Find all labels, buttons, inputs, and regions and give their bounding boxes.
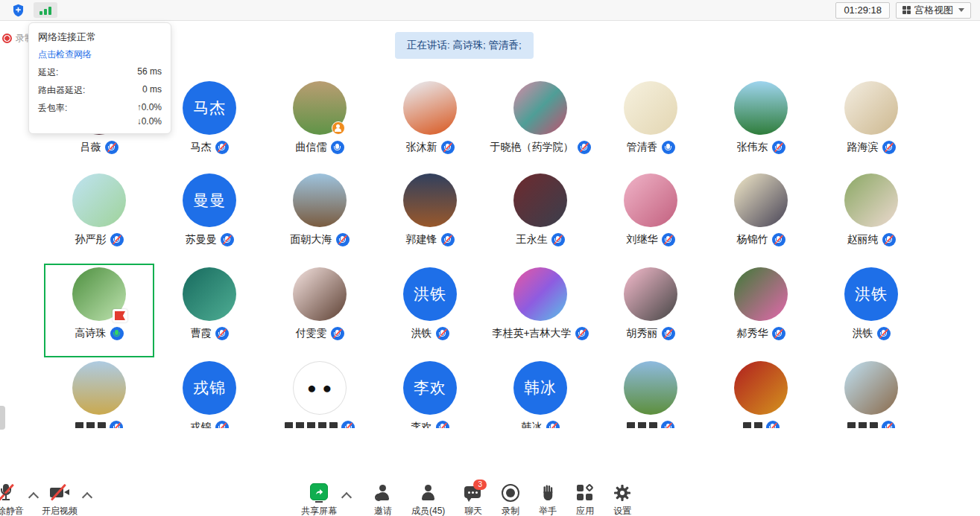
mic-muted-icon: [575, 327, 589, 340]
mic-muted-icon: [215, 141, 229, 154]
participant-cell[interactable]: 曼曼苏曼曼: [154, 170, 265, 264]
apps-button[interactable]: 应用: [576, 483, 594, 516]
participant-cell[interactable]: 戎锦戎锦: [154, 357, 265, 428]
participant-cell[interactable]: [706, 357, 816, 428]
participant-cell[interactable]: 张伟东: [706, 77, 816, 170]
participant-name: 李欢: [411, 421, 432, 428]
participant-name-row: 吕薇: [80, 141, 118, 154]
raise-hand-button[interactable]: 举手: [539, 483, 557, 516]
participant-name: 杨锦竹: [737, 233, 768, 246]
snowboarder-photo: [403, 81, 457, 135]
participant-cell[interactable]: 管清香: [595, 77, 706, 170]
participant-cell[interactable]: 于晓艳（药学院）: [485, 77, 595, 170]
share-options-caret[interactable]: [341, 492, 352, 503]
mic-muted-icon: [661, 421, 674, 428]
participant-name-row: 洪铁: [853, 327, 891, 340]
participant-cell[interactable]: 王永生: [485, 170, 595, 264]
invite-button[interactable]: 邀请: [374, 483, 392, 516]
start-video-button[interactable]: 开启视频: [42, 483, 78, 516]
participant-name-row: 李欢: [411, 421, 449, 428]
participant-cell[interactable]: 郭建锋: [375, 170, 485, 264]
participant-name-row: 于晓艳（药学院）: [490, 141, 591, 154]
settings-button[interactable]: 设置: [613, 483, 631, 516]
participant-name-row: 张沐新: [406, 141, 455, 154]
lotus-photo: [183, 267, 236, 321]
participant-cell[interactable]: 杨锦竹: [706, 170, 816, 264]
share-screen-button[interactable]: 共享屏幕: [301, 483, 337, 516]
invite-person-icon: [374, 483, 392, 503]
view-mode-selector[interactable]: 宫格视图: [896, 2, 971, 19]
participant-cell[interactable]: 曹霞: [154, 264, 265, 357]
participant-name: 洪铁: [853, 327, 873, 340]
participant-name-row: 洪铁: [411, 327, 449, 340]
participant-cell[interactable]: ● ●: [265, 357, 375, 428]
participant-cell[interactable]: 孙严彤: [44, 170, 154, 264]
cartoon-girl-duck: [72, 173, 126, 227]
members-button[interactable]: 成员(45): [411, 483, 445, 516]
mic-muted-icon: [662, 327, 675, 340]
unmute-button[interactable]: 解除静音: [0, 483, 24, 516]
participant-name-row: [847, 421, 895, 428]
participant-cell[interactable]: [816, 357, 926, 428]
members-icon: [420, 483, 437, 503]
participant-cell[interactable]: 刘继华: [595, 170, 706, 264]
chat-unread-badge: 3: [473, 480, 487, 490]
participant-name: 胡秀丽: [627, 327, 658, 340]
lakeside-dock-photo: [293, 173, 347, 227]
participant-name: 张沐新: [406, 141, 437, 154]
mic-on-icon: [331, 141, 344, 154]
participant-cell[interactable]: 胡秀丽: [595, 264, 706, 357]
chat-button[interactable]: 3 聊天: [464, 483, 482, 516]
participant-name: 赵丽纯: [847, 233, 879, 246]
participant-name-row: [743, 421, 780, 428]
participant-cell[interactable]: 郝秀华: [706, 264, 816, 357]
participant-cell[interactable]: 李桂英+吉林大学: [485, 264, 595, 357]
meeting-timer: 01:29:18: [835, 2, 890, 19]
page-scroll-handle[interactable]: [0, 406, 5, 430]
tulip-portrait-photo: [624, 173, 677, 227]
initials-avatar: 曼曼: [183, 173, 236, 227]
participant-cell[interactable]: 赵丽纯: [816, 170, 926, 264]
participant-cell[interactable]: 路海滨: [816, 77, 926, 170]
video-options-caret[interactable]: [82, 492, 92, 503]
participant-cell[interactable]: 李欢李欢: [375, 357, 485, 428]
camera-off-icon: [50, 483, 69, 503]
participant-grid: 吕薇马杰马杰曲信儒张沐新于晓艳（药学院）管清香张伟东路海滨孙严彤曼曼苏曼曼面朝大…: [44, 77, 926, 428]
participant-cell[interactable]: 曲信儒: [265, 77, 375, 170]
calligraphy-cartoon: [624, 81, 677, 135]
participant-name: 苏曼曼: [186, 233, 217, 246]
participant-cell[interactable]: 高诗珠: [44, 264, 154, 357]
clipped-name: [743, 422, 762, 428]
bottom-toolbar: 解除静音 开启视频 共享屏幕 邀请: [0, 480, 980, 516]
mic-muted-icon: [441, 141, 455, 154]
record-button[interactable]: 录制: [502, 483, 519, 516]
apps-grid-icon: [576, 484, 594, 502]
mic-on-icon: [662, 141, 675, 154]
participant-cell[interactable]: 张沐新: [375, 77, 485, 170]
initials-avatar: 洪铁: [844, 267, 898, 321]
participant-name: 吕薇: [80, 141, 101, 154]
participant-name: 高诗珠: [75, 327, 107, 340]
participant-cell[interactable]: 洪铁洪铁: [375, 264, 485, 357]
participant-name-row: 郝秀华: [737, 327, 785, 340]
participant-cell[interactable]: 付雯雯: [265, 264, 375, 357]
mic-muted-icon: [0, 483, 14, 503]
participant-name: 戎锦: [191, 421, 212, 428]
mic-options-caret[interactable]: [28, 492, 39, 503]
grid-view-icon: [902, 6, 911, 14]
participant-cell[interactable]: [595, 357, 706, 428]
participant-name-row: [627, 421, 674, 428]
initials-avatar: 李欢: [403, 361, 457, 415]
flower-painting: [513, 81, 567, 135]
clipped-name: [847, 422, 878, 428]
participant-name: 路海滨: [847, 141, 879, 154]
mic-muted-icon: [105, 141, 118, 154]
participant-cell[interactable]: 洪铁洪铁: [816, 264, 926, 357]
network-signal-icon[interactable]: [34, 2, 57, 18]
security-shield-icon[interactable]: [12, 4, 25, 17]
mic-muted-icon: [882, 233, 896, 246]
participant-cell[interactable]: 韩冰韩冰: [485, 357, 595, 428]
check-network-link[interactable]: 点击检查网络: [38, 48, 162, 61]
participant-cell[interactable]: 面朝大海: [265, 170, 375, 264]
participant-cell[interactable]: [44, 357, 154, 428]
